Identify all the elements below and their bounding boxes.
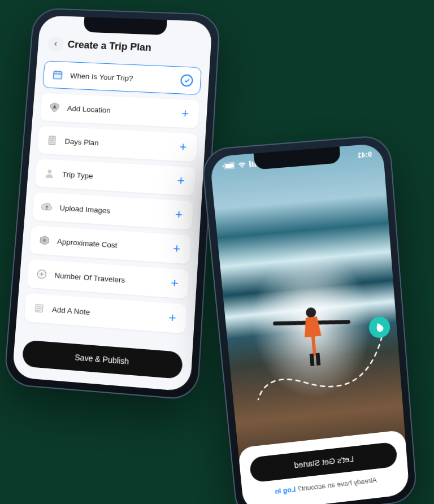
row-check (180, 73, 194, 87)
row-label: Number Of Travelers (54, 271, 125, 284)
phone-screen: 9:41 Let's (210, 143, 410, 504)
row-approx-cost[interactable]: Approximate Cost + (29, 225, 192, 264)
wifi-icon (237, 161, 246, 168)
row-label: Trip Type (62, 170, 94, 180)
row-label: Approximate Cost (57, 237, 118, 249)
row-add[interactable]: + (165, 311, 180, 325)
phone-mockup-trip-plan: Create a Trip Plan When Is Your Trip? (3, 7, 221, 401)
plus-icon: + (177, 175, 185, 188)
person-icon (43, 167, 56, 180)
row-label: When Is Your Trip? (70, 71, 133, 82)
battery-icon (222, 162, 235, 170)
svg-point-9 (43, 239, 46, 242)
row-trip-type[interactable]: Trip Type + (34, 159, 196, 195)
plus-icon: + (171, 277, 179, 290)
cost-icon (38, 234, 51, 247)
svg-rect-22 (225, 163, 234, 168)
dashed-path (248, 330, 399, 422)
travelers-icon (35, 267, 48, 281)
svg-rect-0 (53, 71, 62, 79)
plus-icon: + (175, 208, 183, 221)
plus-icon: + (179, 141, 187, 153)
row-add[interactable]: + (178, 107, 192, 121)
row-add[interactable]: + (167, 276, 182, 290)
status-indicators (222, 160, 259, 170)
svg-line-12 (40, 274, 44, 275)
upload-icon (41, 200, 54, 213)
status-time: 9:41 (357, 150, 372, 159)
row-label: Days Plan (64, 137, 99, 147)
row-add[interactable]: + (174, 173, 189, 188)
svg-rect-13 (35, 304, 43, 312)
row-add[interactable]: + (170, 242, 184, 257)
chevron-left-icon (52, 41, 59, 47)
note-icon (33, 302, 46, 315)
svg-point-7 (47, 170, 51, 173)
plus-icon: + (168, 311, 177, 325)
form-rows: When Is Your Trip? Add Location + (15, 56, 210, 345)
phone-screen: Create a Trip Plan When Is Your Trip? (12, 15, 212, 392)
svg-line-15 (37, 309, 41, 309)
row-upload-images[interactable]: Upload Images + (32, 192, 194, 230)
login-link[interactable]: Log In (275, 485, 296, 496)
row-label: Upload Images (59, 203, 111, 215)
location-icon (48, 101, 61, 114)
phone-mockup-welcome: 9:41 Let's (201, 134, 418, 504)
plus-icon: + (173, 242, 181, 255)
row-add[interactable]: + (176, 140, 190, 154)
notch (83, 17, 167, 35)
login-prompt-text: Already have an account? (296, 476, 377, 493)
row-num-travelers[interactable]: Number Of Travelers + (27, 259, 189, 299)
days-icon (46, 134, 59, 147)
row-label: Add A Note (51, 305, 90, 316)
row-days-plan[interactable]: Days Plan + (37, 126, 198, 162)
check-circle-icon (180, 74, 193, 86)
phone-frame: Create a Trip Plan When Is Your Trip? (3, 7, 221, 401)
row-when-trip[interactable]: When Is Your Trip? (42, 60, 202, 95)
svg-line-1 (54, 73, 62, 74)
svg-point-25 (306, 307, 316, 319)
calendar-icon (51, 68, 64, 81)
svg-line-14 (37, 307, 41, 307)
phone-frame: 9:41 Let's (201, 134, 418, 504)
row-label: Add Location (67, 104, 111, 114)
row-add[interactable]: + (172, 207, 186, 222)
svg-rect-19 (251, 162, 254, 167)
save-publish-button[interactable]: Save & Publish (21, 340, 183, 379)
row-add-note[interactable]: Add A Note + (24, 293, 188, 334)
back-button[interactable] (47, 36, 64, 52)
plus-icon: + (181, 107, 189, 120)
svg-rect-20 (249, 161, 251, 167)
svg-rect-23 (223, 165, 224, 167)
page-title: Create a Trip Plan (67, 38, 152, 53)
row-add-location[interactable]: Add Location + (40, 93, 200, 128)
